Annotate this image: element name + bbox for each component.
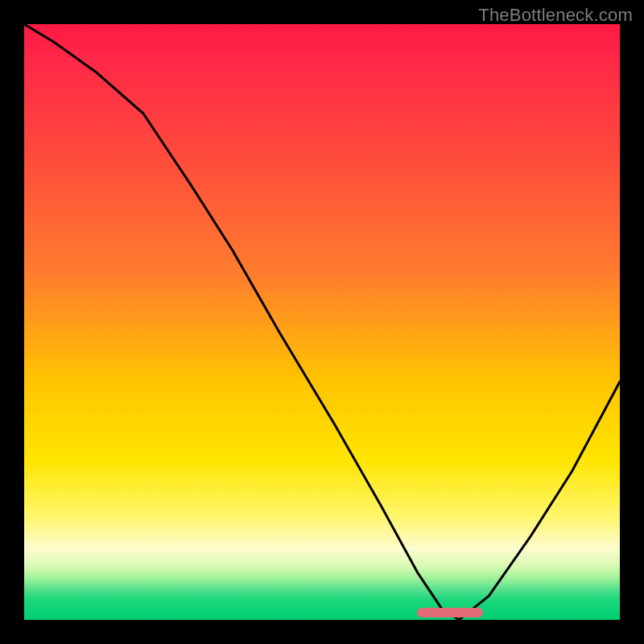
chart-container: TheBottleneck.com — [0, 0, 644, 644]
optimal-marker — [417, 608, 482, 617]
bottleneck-curve — [24, 24, 620, 620]
curve-overlay — [24, 24, 620, 620]
plot-area — [24, 24, 620, 620]
watermark-text: TheBottleneck.com — [478, 5, 633, 26]
